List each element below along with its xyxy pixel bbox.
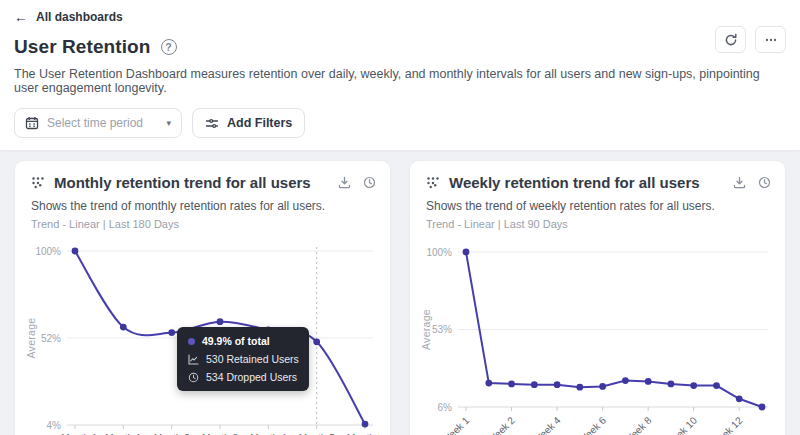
- data-point[interactable]: [120, 324, 127, 331]
- data-point[interactable]: [463, 249, 470, 256]
- widget-grip-icon[interactable]: [426, 176, 440, 190]
- data-point[interactable]: [531, 381, 538, 388]
- more-options-icon: [764, 33, 778, 47]
- y-tick-label: 100%: [426, 247, 452, 258]
- chart-meta: Trend - Linear | Last 180 Days: [15, 218, 390, 230]
- y-tick-label: 52%: [41, 333, 61, 344]
- tooltip-percent: 49.9% of total: [202, 335, 270, 347]
- dropped-clock-icon: [188, 372, 199, 383]
- tooltip-dropped: 534 Dropped Users: [206, 371, 297, 383]
- x-axis-label: < Week 1: [434, 414, 472, 435]
- monthly-chart-area[interactable]: 100%52%4%< Month 1Month 1Month 2Month 3M…: [15, 239, 390, 435]
- data-point[interactable]: [622, 377, 629, 384]
- y-tick-label: 100%: [35, 246, 61, 257]
- page-title: User Retention: [14, 36, 151, 58]
- back-arrow-icon: ←: [14, 10, 28, 24]
- data-point[interactable]: [713, 382, 720, 389]
- filter-sliders-icon: [205, 117, 219, 130]
- chart-subtitle: Shows the trend of weekly retention rate…: [410, 199, 785, 213]
- dashboard-widgets: Monthly retention trend for all users Sh…: [0, 150, 800, 435]
- weekly-chart-area[interactable]: 100%53%6%< Week 1Week 2Week 4Week 6Week …: [410, 239, 785, 435]
- data-point[interactable]: [485, 380, 492, 387]
- refresh-icon: [724, 33, 738, 47]
- chart-meta: Trend - Linear | Last 90 Days: [410, 218, 785, 230]
- page-description: The User Retention Dashboard measures re…: [14, 67, 786, 95]
- data-point[interactable]: [313, 338, 320, 345]
- y-tick-label: 6%: [438, 402, 453, 413]
- weekly-retention-card: Weekly retention trend for all users Sho…: [409, 160, 786, 435]
- chart-tooltip: 49.9% of total 530 Retained Users: [177, 327, 309, 391]
- chevron-down-icon: ▾: [166, 118, 171, 128]
- time-period-select[interactable]: Select time period ▾: [14, 108, 182, 138]
- back-link[interactable]: ← All dashboards: [14, 10, 123, 24]
- time-period-placeholder: Select time period: [47, 116, 158, 130]
- x-axis-label: Week 4: [531, 414, 563, 435]
- chart-title: Weekly retention trend for all users: [449, 174, 724, 191]
- data-point[interactable]: [576, 384, 583, 391]
- add-filters-label: Add Filters: [227, 116, 292, 130]
- back-link-label: All dashboards: [36, 10, 123, 24]
- x-axis-label: Week 12: [709, 414, 745, 435]
- data-point[interactable]: [668, 381, 675, 388]
- add-filters-button[interactable]: Add Filters: [192, 108, 305, 138]
- data-point[interactable]: [736, 395, 743, 402]
- y-axis-label: Average: [420, 309, 432, 350]
- data-point[interactable]: [554, 381, 561, 388]
- x-axis-label: Week 10: [664, 414, 700, 435]
- y-axis-label: Average: [25, 317, 37, 358]
- chart-title: Monthly retention trend for all users: [54, 174, 329, 191]
- more-options-button[interactable]: [755, 26, 786, 53]
- widget-grip-icon[interactable]: [31, 176, 45, 190]
- data-point[interactable]: [759, 404, 766, 411]
- data-point[interactable]: [72, 248, 79, 255]
- series-dot-icon: [188, 338, 195, 345]
- refresh-button[interactable]: [715, 26, 746, 53]
- tooltip-retained: 530 Retained Users: [206, 353, 299, 365]
- page-header: ← All dashboards User Retention ? The Us…: [0, 0, 800, 150]
- chart-subtitle: Shows the trend of monthly retention rat…: [15, 199, 390, 213]
- help-icon[interactable]: ?: [161, 39, 177, 55]
- y-tick-label: 4%: [47, 420, 62, 431]
- data-point[interactable]: [168, 329, 175, 336]
- calendar-icon: [25, 116, 39, 130]
- download-icon[interactable]: [733, 176, 746, 189]
- history-clock-icon[interactable]: [363, 176, 376, 189]
- filter-toolbar: Select time period ▾ Add Filters: [14, 108, 786, 138]
- weekly-line-chart: 100%53%6%< Week 1Week 2Week 4Week 6Week …: [420, 239, 774, 435]
- download-icon[interactable]: [338, 176, 351, 189]
- data-point[interactable]: [645, 378, 652, 385]
- x-axis-label: Week 6: [576, 414, 608, 435]
- x-axis-label: Week 2: [485, 414, 517, 435]
- data-point[interactable]: [690, 382, 697, 389]
- x-axis-label: Week 8: [622, 414, 654, 435]
- history-clock-icon[interactable]: [758, 176, 771, 189]
- data-point[interactable]: [599, 383, 606, 390]
- y-tick-label: 53%: [432, 324, 452, 335]
- data-point[interactable]: [217, 318, 224, 325]
- data-point[interactable]: [508, 381, 515, 388]
- retained-chart-icon: [188, 354, 199, 365]
- monthly-retention-card: Monthly retention trend for all users Sh…: [14, 160, 391, 435]
- data-point[interactable]: [362, 421, 369, 428]
